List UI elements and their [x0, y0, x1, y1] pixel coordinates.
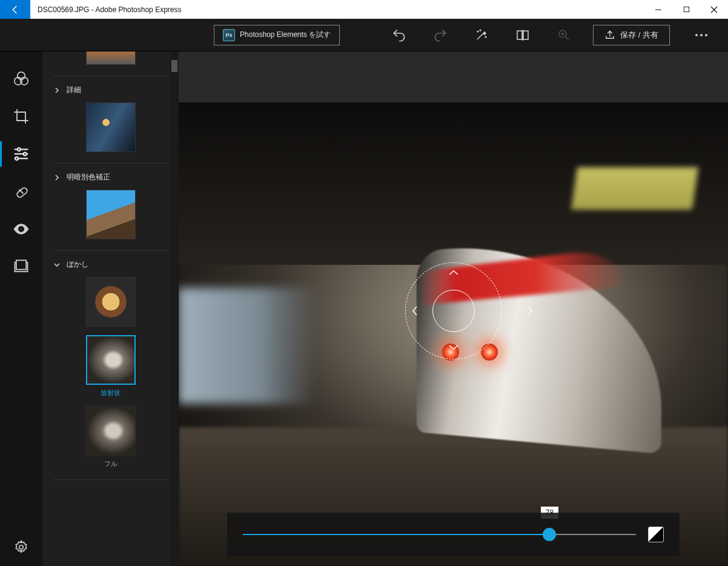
focus-handle-down[interactable]: [448, 344, 459, 351]
section-details-label: 詳細: [67, 85, 81, 95]
blur-preset-full-label: フル: [104, 459, 117, 468]
compare-button[interactable]: [511, 23, 535, 47]
section-details[interactable]: 詳細: [53, 76, 168, 102]
svg-point-23: [24, 153, 27, 156]
compare-original-toggle[interactable]: [648, 527, 664, 542]
section-shadows[interactable]: 明暗別色補正: [53, 164, 168, 190]
looks-tab[interactable]: [0, 60, 42, 98]
svg-point-5: [485, 36, 486, 38]
try-elements-label: Photoshop Elements を試す: [240, 30, 331, 40]
image-stage[interactable]: 78: [179, 102, 728, 566]
main-area: 詳細 明暗別色補正 ぼかし 放射状: [0, 52, 728, 566]
zoom-button[interactable]: [552, 23, 576, 47]
svg-rect-7: [517, 31, 522, 39]
app-toolbar: Ps Photoshop Elements を試す 保存 / 共有: [0, 19, 728, 52]
focus-handle-up[interactable]: [448, 269, 459, 276]
details-thumb[interactable]: [53, 102, 168, 152]
more-button[interactable]: [689, 23, 713, 47]
svg-point-16: [705, 34, 707, 36]
svg-rect-1: [684, 7, 689, 12]
svg-point-15: [700, 34, 703, 36]
left-tool-rail: [0, 52, 42, 566]
blur-preset-food[interactable]: [53, 277, 168, 327]
svg-point-28: [20, 228, 23, 231]
svg-line-11: [566, 37, 569, 40]
blur-preset-full[interactable]: フル: [53, 406, 168, 468]
panel-scrollbar[interactable]: [170, 52, 179, 566]
svg-point-21: [18, 148, 21, 151]
close-button[interactable]: [700, 0, 728, 19]
spot-heal-tab[interactable]: [0, 173, 42, 210]
radial-blur-inner-ring[interactable]: [432, 290, 475, 332]
gear-icon: [13, 539, 29, 555]
maximize-button[interactable]: [672, 0, 700, 19]
redeye-tab[interactable]: [0, 210, 42, 248]
blur-preset-radial-label: 放射状: [101, 388, 121, 398]
focus-handle-right[interactable]: [526, 305, 534, 316]
section-blur[interactable]: ぼかし: [53, 251, 168, 277]
undo-button[interactable]: [387, 23, 411, 47]
window-title: DSC00569.JPG - Adobe Photoshop Express: [30, 5, 644, 14]
save-share-label: 保存 / 共有: [620, 30, 658, 41]
save-share-button[interactable]: 保存 / 共有: [593, 25, 670, 45]
settings-button[interactable]: [0, 528, 42, 566]
try-elements-button[interactable]: Ps Photoshop Elements を試す: [214, 25, 340, 45]
shadows-thumb[interactable]: [53, 190, 168, 239]
intensity-slider[interactable]: [243, 534, 636, 535]
svg-point-31: [19, 545, 24, 550]
chevron-right-icon: [53, 87, 61, 94]
minimize-button[interactable]: [644, 0, 672, 19]
window-titlebar: DSC00569.JPG - Adobe Photoshop Express: [0, 0, 728, 19]
back-button[interactable]: [0, 0, 30, 19]
focus-handle-left[interactable]: [411, 305, 419, 316]
crop-tab[interactable]: [0, 98, 42, 135]
svg-point-25: [15, 157, 18, 160]
section-blur-label: ぼかし: [67, 259, 88, 270]
svg-rect-30: [16, 261, 26, 270]
slider-handle[interactable]: [543, 528, 556, 541]
adjustments-tab[interactable]: [0, 135, 42, 173]
svg-point-4: [477, 31, 478, 32]
intensity-slider-bar: [227, 513, 680, 556]
borders-tab[interactable]: [0, 248, 42, 285]
svg-point-6: [480, 30, 481, 31]
chevron-right-icon: [53, 174, 61, 181]
chevron-down-icon: [53, 261, 61, 268]
canvas-area: 78: [179, 52, 728, 566]
auto-enhance-button[interactable]: [469, 23, 494, 47]
preset-thumb[interactable]: [53, 52, 168, 65]
ps-elements-icon: Ps: [223, 29, 235, 41]
redo-button[interactable]: [428, 23, 452, 47]
svg-rect-8: [523, 31, 528, 39]
adjustments-panel: 詳細 明暗別色補正 ぼかし 放射状: [42, 52, 179, 566]
share-icon: [604, 30, 615, 41]
svg-point-14: [695, 34, 698, 36]
blur-preset-radial[interactable]: 放射状: [53, 335, 168, 398]
section-shadows-label: 明暗別色補正: [67, 172, 110, 182]
